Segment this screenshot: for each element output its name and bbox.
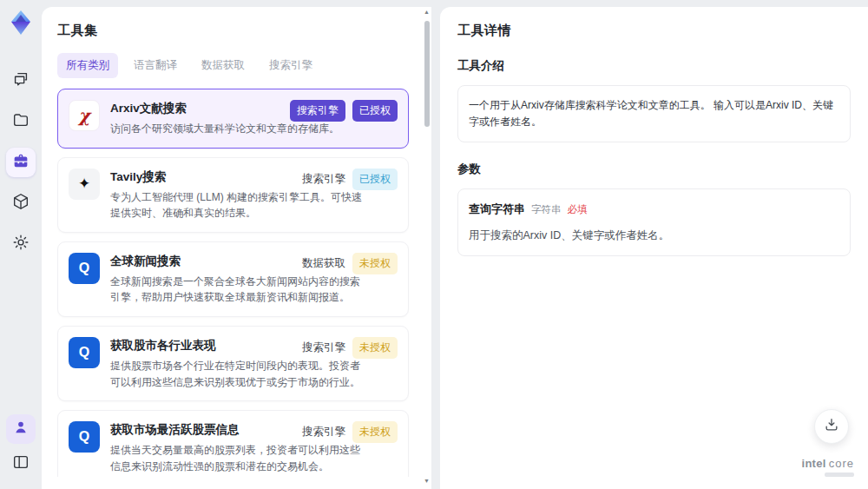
brand-intel: intel <box>801 457 825 470</box>
tab-data-fetch[interactable]: 数据获取 <box>193 53 253 78</box>
sidebar-item-settings[interactable] <box>6 229 36 259</box>
sidebar-item-models[interactable] <box>6 188 36 218</box>
download-icon <box>823 416 840 437</box>
news-logo-icon: Q <box>79 261 89 275</box>
scroll-up-arrow[interactable]: ▲ <box>424 9 430 15</box>
tab-all-categories[interactable]: 所有类别 <box>57 53 118 78</box>
scrollbar: ▲ ▼ <box>423 9 431 484</box>
tool-description: 提供当天交易量最高的股票列表，投资者可以利用这些信息来识别流动性强的股票和潜在的… <box>110 442 367 474</box>
param-head: 查询字符串 字符串 必填 <box>469 201 839 219</box>
auth-status-badge: 未授权 <box>352 421 398 443</box>
rail-nav <box>6 66 36 259</box>
sidebar-item-toolbox[interactable] <box>6 148 36 177</box>
brand-sub-bar <box>825 472 854 477</box>
tab-language-translate[interactable]: 语言翻译 <box>125 53 186 78</box>
param-required-badge: 必填 <box>568 202 588 217</box>
param-description: 用于搜索的Arxiv ID、关键字或作者姓名。 <box>469 227 839 244</box>
left-rail <box>0 0 42 489</box>
tool-card[interactable]: χ ✦ Q 全球新闻搜索 全球新闻搜索是一个聚合全球各大新闻网站内容的搜索引擎，… <box>57 241 409 317</box>
sidebar-item-files[interactable] <box>6 107 36 136</box>
category-badge: 数据获取 <box>302 253 345 274</box>
page-title: 工具集 <box>57 23 419 39</box>
tool-card[interactable]: χ ✦ Q Arxiv文献搜索 访问各个研究领域大量科学论文和文章的存储库。 搜… <box>57 89 409 149</box>
user-icon <box>11 418 30 440</box>
sidebar-item-chat[interactable] <box>6 66 36 96</box>
download-button[interactable] <box>814 409 849 444</box>
tool-description: 提供股票市场各个行业在特定时间段内的表现。投资者可以利用这些信息来识别表现优于或… <box>110 358 367 390</box>
app-logo-icon <box>7 9 35 36</box>
arxiv-logo-icon: χ <box>78 107 89 124</box>
tool-card[interactable]: χ ✦ Q 获取市场最活跃股票信息 提供当天交易量最高的股票列表，投资者可以利用… <box>57 410 409 477</box>
scrollbar-thumb[interactable] <box>424 21 430 127</box>
category-badge: 搜索引擎 <box>302 421 345 443</box>
category-tabs: 所有类别语言翻译数据获取搜索引擎 <box>57 53 419 78</box>
auth-status-badge: 已授权 <box>352 100 398 122</box>
tool-description: 专为人工智能代理 (LLM) 构建的搜索引擎工具。可快速提供实时、准确和真实的结… <box>110 189 367 221</box>
tool-card[interactable]: χ ✦ Q Tavily搜索 专为人工智能代理 (LLM) 构建的搜索引擎工具。… <box>57 157 409 233</box>
folder-icon <box>11 110 30 133</box>
news-logo-icon: Q <box>79 430 89 444</box>
scroll-down-arrow[interactable]: ▼ <box>424 478 430 484</box>
tool-detail-panel: 工具详情 工具介绍 一个用于从Arxiv存储库搜索科学论文和文章的工具。 输入可… <box>440 7 868 489</box>
auth-status-badge: 已授权 <box>352 169 398 190</box>
intro-box: 一个用于从Arxiv存储库搜索科学论文和文章的工具。 输入可以是Arxiv ID… <box>457 85 851 142</box>
category-badge: 搜索引擎 <box>302 337 345 359</box>
auth-status-badge: 未授权 <box>352 253 398 274</box>
toolbox-icon <box>11 151 30 174</box>
intro-heading: 工具介绍 <box>457 58 851 74</box>
tool-card[interactable]: χ ✦ Q 获取股市各行业表现 提供股票市场各个行业在特定时间段内的表现。投资者… <box>57 326 409 401</box>
category-badge: 搜索引擎 <box>290 100 345 122</box>
param-name: 查询字符串 <box>469 201 525 219</box>
panel-toggle-icon <box>11 453 30 475</box>
chat-icon <box>11 69 30 92</box>
param-box: 查询字符串 字符串 必填 用于搜索的Arxiv ID、关键字或作者姓名。 <box>457 188 851 256</box>
gear-icon <box>11 233 30 255</box>
auth-status-badge: 未授权 <box>352 337 398 359</box>
tool-description: 全球新闻搜索是一个聚合全球各大新闻网站内容的搜索引擎，帮助用户快速获取全球最新资… <box>110 274 367 306</box>
detail-title: 工具详情 <box>457 23 851 39</box>
sparkle-icon: ✦ <box>78 176 90 191</box>
intro-text: 一个用于从Arxiv存储库搜索科学论文和文章的工具。 输入可以是Arxiv ID… <box>469 99 833 128</box>
params-heading: 参数 <box>457 162 851 177</box>
cube-icon <box>11 192 30 215</box>
news-logo-icon: Q <box>79 346 89 360</box>
tool-description: 访问各个研究领域大量科学论文和文章的存储库。 <box>110 121 367 137</box>
tools-panel: 工具集 所有类别语言翻译数据获取搜索引擎 χ ✦ Q Arxiv文献搜索 访问各… <box>42 7 431 489</box>
tab-search-engine[interactable]: 搜索引擎 <box>260 53 321 78</box>
category-badge: 搜索引擎 <box>302 169 345 190</box>
sidebar-item-panel-toggle[interactable] <box>6 449 36 479</box>
brand-core: core <box>829 457 854 470</box>
param-type: 字符串 <box>531 202 562 217</box>
intel-core-logo: intelcore <box>801 457 854 477</box>
sidebar-item-account[interactable] <box>6 414 36 444</box>
rail-bottom <box>6 414 36 479</box>
tool-list: χ ✦ Q Arxiv文献搜索 访问各个研究领域大量科学论文和文章的存储库。 搜… <box>57 89 419 477</box>
